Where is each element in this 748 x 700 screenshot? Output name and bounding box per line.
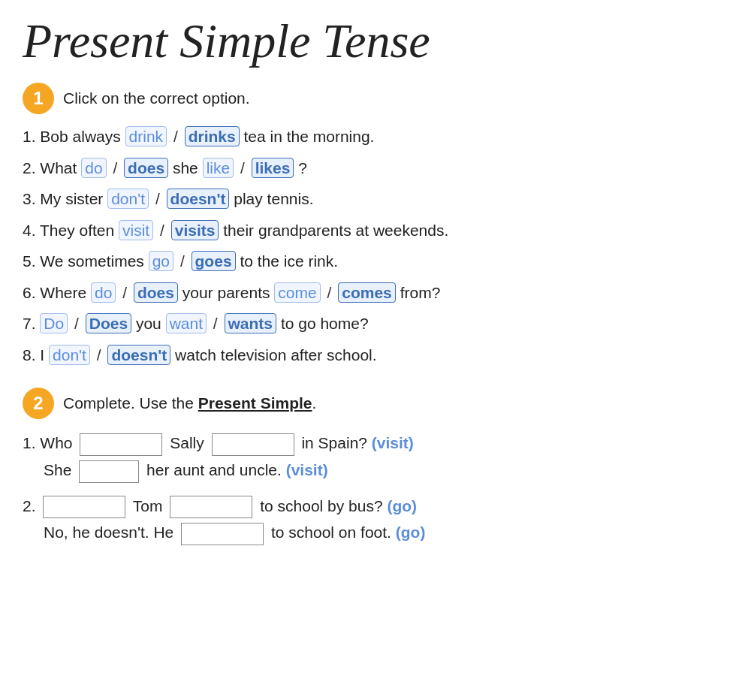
page-title: Present Simple Tense [23, 15, 725, 68]
s2-opt4[interactable]: likes [252, 158, 294, 178]
f1-name: Sally [170, 434, 208, 451]
f2-input1[interactable] [43, 496, 125, 518]
f1-input1[interactable] [80, 433, 162, 456]
s2-opt1[interactable]: do [81, 158, 106, 178]
s7-suffix: to go home? [281, 315, 369, 332]
s6-middle: your parents [182, 284, 275, 301]
f2-hint1: (go) [387, 497, 417, 514]
f1-input2[interactable] [212, 433, 294, 456]
s4-prefix: 4. They often [23, 222, 119, 239]
fill-sentence-1: 1. Who Sally in Spain? (visit) She her a… [23, 430, 725, 483]
s2-opt3[interactable]: like [203, 158, 234, 178]
s6-opt3[interactable]: come [274, 282, 320, 303]
fill-sentence-2: 2. Tom to school by bus? (go) No, he doe… [23, 493, 725, 546]
fill-list: 1. Who Sally in Spain? (visit) She her a… [23, 430, 725, 546]
f2-line1-prefix: 2. [23, 497, 40, 514]
section2-instruction: Complete. Use the Present Simple. [63, 394, 316, 412]
f1-line2-prefix: She [44, 461, 76, 478]
section1-circle: 1 [23, 83, 54, 114]
s1-opt2[interactable]: drinks [185, 126, 240, 146]
s7-opt2[interactable]: Does [86, 313, 131, 333]
f2-line1-suffix: to school by bus? [260, 497, 387, 514]
sentence-3: 3. My sister don't / doesn't play tennis… [23, 187, 725, 211]
section1-header: 1 Click on the correct option. [23, 83, 725, 114]
f1-line2-suffix: her aunt and uncle. [146, 461, 286, 478]
s3-opt1[interactable]: don't [107, 189, 149, 209]
s5-prefix: 5. We sometimes [23, 252, 149, 270]
s7-prefix: 7. [23, 315, 40, 332]
f1-line2: She her aunt and uncle. (visit) [44, 457, 725, 484]
s5-opt1[interactable]: go [149, 251, 173, 271]
f2-line2: No, he doesn't. He to school on foot. (g… [44, 519, 725, 546]
sentence-4: 4. They often visit / visits their grand… [23, 219, 725, 243]
s8-opt2[interactable]: doesn't [107, 345, 170, 365]
s7-opt4[interactable]: wants [225, 313, 277, 333]
s5-opt2[interactable]: goes [192, 251, 236, 271]
sentence-7: 7. Do / Does you want / wants to go home… [23, 312, 725, 336]
s4-opt2[interactable]: visits [171, 220, 219, 240]
f2-line2-suffix: to school on foot. [271, 523, 396, 541]
s1-suffix: tea in the morning. [244, 128, 375, 145]
f1-line1-prefix: 1. Who [23, 434, 77, 451]
sentence-2: 2. What do / does she like / likes ? [23, 156, 725, 180]
s6-opt4[interactable]: comes [338, 282, 396, 303]
s6-opt1[interactable]: do [91, 282, 116, 303]
s2-suffix: ? [298, 159, 307, 177]
s1-opt1[interactable]: drink [125, 126, 167, 146]
s3-opt2[interactable]: doesn't [167, 189, 230, 209]
section1-instruction: Click on the correct option. [63, 89, 250, 107]
s7-opt3[interactable]: want [166, 313, 207, 333]
s4-opt1[interactable]: visit [119, 220, 153, 240]
s4-suffix: their grandparents at weekends. [223, 222, 448, 239]
f2-line2-prefix: No, he doesn't. He [44, 523, 178, 541]
sentence-6: 6. Where do / does your parents come / c… [23, 281, 725, 305]
s7-opt1[interactable]: Do [40, 313, 68, 333]
f1-hint1: (visit) [372, 434, 414, 451]
f2-name: Tom [133, 497, 167, 514]
f1-hint2: (visit) [286, 461, 328, 478]
section2-header: 2 Complete. Use the Present Simple. [23, 388, 725, 419]
sentence-list: 1. Bob always drink / drinks tea in the … [23, 125, 725, 367]
f1-input3[interactable] [79, 460, 139, 483]
sentence-5: 5. We sometimes go / goes to the ice rin… [23, 249, 725, 273]
s6-suffix: from? [400, 284, 441, 301]
s6-prefix: 6. Where [23, 284, 91, 301]
s2-prefix: 2. What [23, 159, 81, 177]
f2-input2[interactable] [170, 496, 252, 518]
f1-line1-suffix: in Spain? [301, 434, 371, 451]
f2-hint2: (go) [396, 523, 426, 541]
s3-prefix: 3. My sister [23, 190, 107, 207]
s2-middle: she [173, 159, 203, 177]
s3-suffix: play tennis. [234, 190, 313, 207]
sentence-8: 8. I don't / doesn't watch television af… [23, 343, 725, 367]
s5-suffix: to the ice rink. [240, 252, 338, 270]
s6-opt2[interactable]: does [134, 282, 178, 303]
s8-prefix: 8. I [23, 346, 49, 364]
f2-input3[interactable] [181, 523, 264, 545]
section2-circle: 2 [23, 388, 54, 419]
s8-suffix: watch television after school. [175, 346, 376, 364]
sentence-1: 1. Bob always drink / drinks tea in the … [23, 125, 725, 149]
s7-middle: you [136, 315, 166, 332]
s2-opt2[interactable]: does [124, 158, 168, 178]
s8-opt1[interactable]: don't [49, 345, 90, 365]
section2: 2 Complete. Use the Present Simple. 1. W… [23, 388, 725, 546]
s1-prefix: 1. Bob always [23, 128, 125, 145]
